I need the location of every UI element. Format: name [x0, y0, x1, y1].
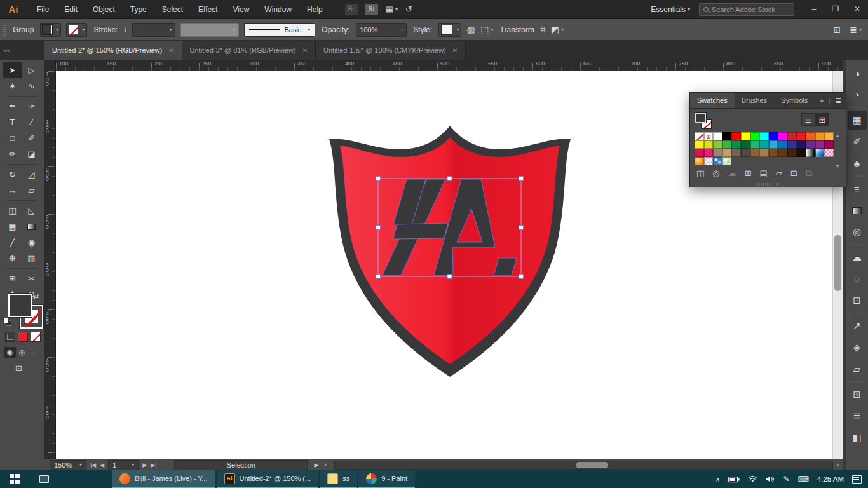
control-bar-grip[interactable] [3, 22, 6, 38]
swatch[interactable] [722, 157, 732, 165]
swatch[interactable] [787, 140, 797, 149]
scroll-up-icon[interactable]: ▴ [836, 132, 839, 139]
color-themes-icon[interactable]: ◎ [712, 168, 719, 178]
swatch[interactable] [722, 149, 732, 157]
volume-icon[interactable] [766, 475, 775, 483]
swatch-options-icon[interactable]: ▤ [760, 168, 768, 178]
menu-help[interactable]: Help [299, 0, 330, 19]
swatch[interactable] [695, 140, 704, 149]
control-panel-menu-icon[interactable]: ≣▾ [850, 25, 862, 35]
pen-tool[interactable]: ✒ [3, 98, 22, 114]
perspective-grid-tool[interactable]: ◺ [22, 203, 41, 219]
swatch[interactable] [797, 140, 806, 149]
next-artboard-button[interactable]: ▶ [142, 462, 147, 468]
eyedropper-tool[interactable]: ╱ [3, 234, 22, 250]
artboard-tool[interactable]: ⊞ [3, 271, 22, 287]
dock-cc-libraries-icon[interactable]: ☁ [848, 248, 867, 267]
stroke-weight-field[interactable]: ▾ [132, 23, 175, 37]
windows-ink-icon[interactable]: ✎ [783, 475, 789, 484]
draw-behind-button[interactable]: ◎ [16, 347, 28, 358]
swatch[interactable] [695, 157, 704, 165]
taskbar-app-paint[interactable]: 9 - Paint [358, 470, 415, 488]
swatch[interactable] [741, 140, 750, 149]
dock-align-icon[interactable]: ≣ [848, 407, 867, 426]
tab-close-icon[interactable]: ✕ [452, 47, 458, 54]
swatch[interactable] [787, 149, 797, 157]
swatch[interactable] [769, 149, 778, 157]
selection-tool[interactable]: ➤ [3, 62, 22, 78]
task-view-button[interactable] [29, 470, 58, 488]
dock-artboards-icon[interactable]: ⊡ [848, 291, 867, 310]
expand-panel-icon[interactable]: » [820, 97, 824, 104]
slice-tool[interactable]: ✂ [22, 271, 41, 287]
dock-shape-modes-icon[interactable]: ◧ [848, 428, 867, 447]
ruler-origin-corner[interactable] [44, 60, 56, 71]
opacity-field[interactable]: 100%› [356, 23, 407, 37]
rotate-tool[interactable]: ↻ [3, 166, 22, 182]
tab-close-icon[interactable]: ✕ [302, 47, 308, 54]
swatch[interactable] [722, 132, 732, 140]
horizontal-ruler[interactable]: 1001502002503003504004505005506006507007… [56, 60, 843, 71]
eraser-tool[interactable]: ◪ [22, 146, 41, 162]
workspace-switcher[interactable]: Essentials▾ [651, 5, 690, 14]
swatch[interactable] [806, 132, 815, 140]
fill-color-control[interactable]: ▾ [40, 23, 61, 37]
swatch[interactable] [704, 149, 714, 157]
horizontal-scrollbar-thumb[interactable] [576, 462, 608, 468]
taskbar-app-illustrator[interactable]: AiUntitled-2* @ 150% (... [217, 470, 319, 488]
grid-view-button[interactable]: ⊞ [815, 113, 829, 126]
magic-wand-tool[interactable]: ✶ [3, 78, 22, 94]
taskbar-app-file-ss[interactable]: ss [320, 470, 357, 488]
show-swatch-kinds-icon[interactable]: ⊞ [745, 168, 752, 178]
gradient-mode-button[interactable] [18, 332, 28, 342]
dock-image-trace-icon[interactable]: ◌ [848, 269, 867, 288]
sync-status-icon[interactable]: ↺ [405, 4, 412, 14]
menu-select[interactable]: Select [154, 0, 191, 19]
scale-tool[interactable]: ◿ [22, 166, 41, 182]
taskbar-app-uc-browser[interactable]: Bijli - James (Live) - Y... [112, 470, 215, 488]
dock-stroke-icon[interactable]: ≡ [848, 179, 867, 198]
swatch[interactable] [731, 140, 741, 149]
menu-window[interactable]: Window [257, 0, 299, 19]
action-center-icon[interactable] [852, 475, 862, 484]
swatch[interactable] [815, 149, 825, 157]
recolor-artwork-button[interactable]: ◍ [466, 24, 475, 36]
arrange-documents-button[interactable]: ▦▾ [386, 4, 398, 14]
swatch[interactable] [704, 140, 714, 149]
swatch[interactable] [759, 132, 769, 140]
variable-width-profile[interactable]: Basic▾ [244, 23, 315, 37]
vertical-scrollbar-thumb[interactable] [834, 235, 841, 291]
swatch[interactable] [750, 140, 760, 149]
swatch[interactable] [759, 149, 769, 157]
fill-color-indicator[interactable] [8, 294, 32, 317]
artboard-number-dropdown[interactable]: 1▾ [108, 460, 139, 470]
select-similar-button[interactable]: ◩▾ [551, 25, 564, 35]
menu-object[interactable]: Object [85, 0, 123, 19]
status-display[interactable]: Selection [174, 460, 308, 470]
swatch[interactable] [806, 140, 815, 149]
swatch[interactable] [704, 157, 714, 165]
panel-fill-stroke-indicator[interactable] [695, 113, 714, 132]
symbol-sprayer-tool[interactable]: ❉ [3, 250, 22, 266]
prev-artboard-button[interactable]: ◀ [100, 462, 104, 468]
restore-button[interactable]: ❐ [825, 0, 846, 18]
swatch[interactable] [741, 149, 750, 157]
dock-symbols-icon[interactable]: ♣ [848, 154, 867, 173]
clock[interactable]: 4:25 AM [817, 475, 844, 483]
dock-layers-icon[interactable]: ◈ [848, 338, 867, 357]
dock-color-icon[interactable]: ◑ [848, 64, 867, 83]
scroll-right-icon[interactable]: › [837, 462, 839, 468]
free-transform-tool[interactable]: ▱ [22, 182, 41, 198]
document-tab[interactable]: Untitled-2* @ 150% (RGB/Preview)✕ [44, 41, 182, 60]
swatch[interactable] [713, 140, 722, 149]
menu-effect[interactable]: Effect [191, 0, 225, 19]
swatch-libraries-menu-icon[interactable]: ◫ [696, 168, 704, 178]
pencil-tool[interactable]: ✏ [3, 146, 22, 162]
document-tab[interactable]: Untitled-3* @ 81% (RGB/Preview)✕ [182, 41, 316, 60]
swatch[interactable] [713, 149, 722, 157]
new-swatch-icon[interactable]: ⊡ [790, 168, 797, 178]
horizontal-scrollbar[interactable] [334, 461, 833, 470]
swatch[interactable] [750, 132, 760, 140]
swatch[interactable] [713, 157, 722, 165]
menu-view[interactable]: View [226, 0, 257, 19]
